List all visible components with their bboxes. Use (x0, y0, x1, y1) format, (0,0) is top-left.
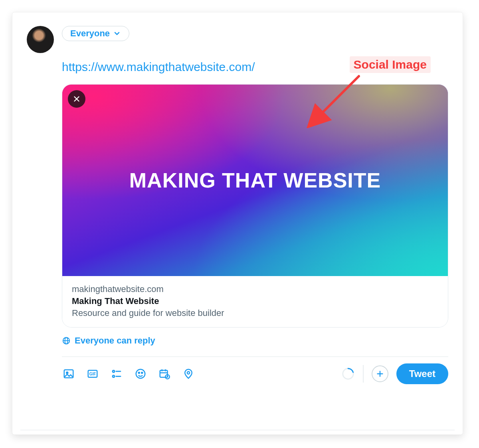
annotation-label: Social Image (350, 56, 431, 73)
svg-point-3 (66, 372, 68, 374)
add-thread-button[interactable] (372, 365, 388, 382)
character-progress (341, 367, 355, 381)
gif-icon[interactable]: GIF (86, 367, 99, 381)
schedule-icon[interactable] (158, 367, 171, 381)
remove-card-button[interactable] (68, 90, 85, 108)
plus-icon (376, 369, 384, 378)
poll-icon[interactable] (110, 367, 123, 381)
link-preview-description: Resource and guide for website builder (72, 308, 438, 318)
composer-toolbar: GIF (62, 363, 448, 384)
composer-header: Everyone https://www.makingthatwebsite.c… (27, 26, 448, 384)
globe-icon (62, 336, 71, 345)
svg-point-18 (187, 371, 190, 374)
svg-rect-13 (160, 370, 168, 377)
svg-point-10 (136, 369, 145, 379)
divider (62, 356, 448, 357)
bottom-divider (20, 430, 455, 430)
emoji-icon[interactable] (134, 367, 147, 381)
toolbar-icons: GIF (62, 367, 195, 381)
toolbar-right: Tweet (341, 363, 448, 384)
audience-selector[interactable]: Everyone (62, 26, 129, 41)
svg-point-8 (113, 375, 115, 377)
composer-content: Everyone https://www.makingthatwebsite.c… (62, 26, 448, 384)
svg-point-12 (141, 372, 143, 373)
reply-permission-button[interactable]: Everyone can reply (62, 336, 448, 346)
location-icon[interactable] (182, 367, 195, 381)
audience-label: Everyone (70, 28, 110, 39)
link-preview-card[interactable]: MAKING THAT WEBSITE makingthatwebsite.co… (62, 84, 448, 328)
svg-point-6 (113, 370, 115, 372)
link-preview-title: Making That Website (72, 296, 438, 306)
svg-text:GIF: GIF (89, 372, 96, 376)
media-icon[interactable] (62, 367, 75, 381)
link-preview-meta: makingthatwebsite.com Making That Websit… (62, 276, 448, 327)
separator (363, 365, 364, 383)
svg-point-11 (139, 372, 140, 373)
close-icon (72, 95, 81, 103)
reply-permission-label: Everyone can reply (75, 336, 155, 346)
avatar[interactable] (27, 26, 54, 53)
tweet-composer: Everyone https://www.makingthatwebsite.c… (12, 12, 463, 435)
link-preview-hero-text: MAKING THAT WEBSITE (121, 168, 389, 192)
chevron-down-icon (113, 30, 121, 37)
tweet-button[interactable]: Tweet (396, 363, 448, 384)
link-preview-domain: makingthatwebsite.com (72, 284, 438, 294)
link-preview-image: MAKING THAT WEBSITE (62, 85, 448, 276)
